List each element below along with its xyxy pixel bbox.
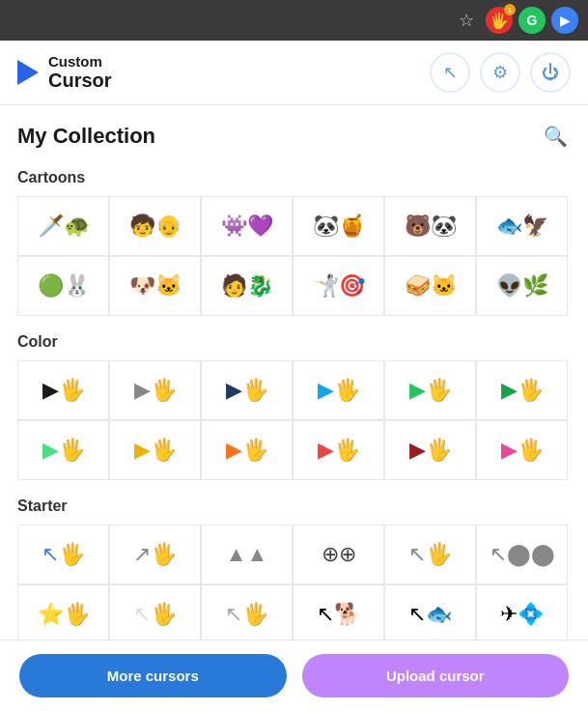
starter-section: Starter ↖🖐 ↗🖐 ▲▲ ⊕⊕ ↖🖐 ↖⬤⬤ ⭐🖐 bbox=[17, 498, 571, 644]
power-icon: ⏻ bbox=[542, 63, 559, 83]
logo-custom-text: Custom bbox=[48, 54, 112, 71]
header-actions: ↖ ⚙ ⏻ bbox=[430, 52, 571, 93]
cartoons-title: Cartoons bbox=[17, 169, 571, 186]
upload-cursor-button[interactable]: Upload cursor bbox=[302, 654, 570, 697]
extension-cursor-icon[interactable]: 🖐 1 bbox=[486, 7, 513, 34]
starter-cursor-dots[interactable]: ↖⬤⬤ bbox=[476, 525, 568, 584]
starter-cursor-outline[interactable]: ↗🖐 bbox=[109, 525, 201, 584]
cursor-item-bird-fish[interactable]: 🐟🦅 bbox=[476, 196, 568, 256]
starter-title: Starter bbox=[17, 498, 571, 515]
starter-cursor-fish[interactable]: ↖🐟 bbox=[384, 584, 476, 644]
color-cursor-red[interactable]: ▶🖐 bbox=[293, 420, 384, 480]
color-cursor-dark-red[interactable]: ▶🖐 bbox=[384, 420, 476, 480]
cursor-item-panda-bee[interactable]: 🐼🍯 bbox=[293, 196, 384, 256]
cursor-item-ninja-turtle[interactable]: 🗡️🐢 bbox=[17, 196, 109, 256]
cursor-item-alien[interactable]: 👽🌿 bbox=[476, 256, 568, 316]
cursor-item-overwatch[interactable]: 🤺🎯 bbox=[293, 256, 384, 316]
color-cursor-green[interactable]: ▶🖐 bbox=[384, 360, 476, 420]
starter-grid: ↖🖐 ↗🖐 ▲▲ ⊕⊕ ↖🖐 ↖⬤⬤ ⭐🖐 ↖🖐 bbox=[17, 525, 571, 644]
color-cursor-light-green[interactable]: ▶🖐 bbox=[17, 420, 109, 480]
color-cursor-dark-green[interactable]: ▶🖐 bbox=[476, 360, 568, 420]
extension-g-icon[interactable]: G bbox=[518, 7, 546, 34]
color-cursor-navy[interactable]: ▶🖐 bbox=[201, 360, 293, 420]
cursor-item-shrek[interactable]: 🟢🐰 bbox=[17, 256, 109, 316]
search-button[interactable]: 🔍 bbox=[540, 121, 571, 152]
cursor-mode-button[interactable]: ↖ bbox=[430, 52, 470, 93]
cursor-item-tom-jerry[interactable]: 🐶🐱 bbox=[109, 256, 201, 316]
color-cursor-yellow[interactable]: ▶🖐 bbox=[109, 420, 201, 480]
color-title: Color bbox=[17, 333, 571, 351]
color-cursor-black[interactable]: ▶🖐 bbox=[17, 360, 109, 420]
logo-cursor-text: Cursor bbox=[48, 70, 112, 91]
bookmark-icon[interactable]: ☆ bbox=[453, 7, 480, 34]
notification-badge: 1 bbox=[504, 4, 516, 15]
extension-play-icon[interactable]: ▶ bbox=[551, 7, 578, 34]
starter-cursor-double-arrow[interactable]: ▲▲ bbox=[201, 525, 293, 584]
color-cursor-orange[interactable]: ▶🖐 bbox=[201, 420, 293, 480]
cursor-arrow-icon: ↖ bbox=[443, 62, 458, 83]
starter-cursor-plane[interactable]: ✈💠 bbox=[476, 584, 568, 644]
color-cursor-pink[interactable]: ▶🖐 bbox=[476, 420, 568, 480]
starter-cursor-star[interactable]: ⭐🖐 bbox=[17, 584, 109, 644]
cursor-item-minion[interactable]: 👾💜 bbox=[201, 196, 293, 256]
color-grid: ▶🖐 ▶🖐 ▶🖐 ▶🖐 ▶🖐 ▶🖐 ▶🖐 ▶🖐 bbox=[17, 360, 571, 480]
cursor-item-toothless[interactable]: 🧑🐉 bbox=[201, 256, 293, 316]
app-header: Custom Cursor ↖ ⚙ ⏻ bbox=[0, 41, 588, 105]
search-icon: 🔍 bbox=[544, 125, 568, 148]
cartoons-grid: 🗡️🐢 🧒👴 👾💜 🐼🍯 🐻🐼 🐟🦅 🟢🐰 🐶� bbox=[17, 196, 571, 316]
starter-cursor-outline2[interactable]: ↖🖐 bbox=[384, 525, 476, 584]
app-logo: Custom Cursor bbox=[17, 54, 112, 92]
gear-icon: ⚙ bbox=[492, 62, 508, 83]
logo-triangle-icon bbox=[17, 60, 39, 85]
main-content: My Collection 🔍 Cartoons 🗡️🐢 🧒👴 👾💜 🐼🍯 🐻🐼 bbox=[0, 105, 588, 677]
power-button[interactable]: ⏻ bbox=[530, 52, 571, 93]
starter-cursor-blue[interactable]: ↖🖐 bbox=[17, 525, 109, 584]
starter-cursor-dog[interactable]: ↖🐕 bbox=[293, 584, 384, 644]
cursor-item-bears[interactable]: 🐻🐼 bbox=[384, 196, 476, 256]
browser-toolbar: ☆ 🖐 1 G ▶ bbox=[0, 0, 588, 41]
color-cursor-teal[interactable]: ▶🖐 bbox=[293, 360, 384, 420]
color-cursor-gray[interactable]: ▶🖐 bbox=[109, 360, 201, 420]
more-cursors-button[interactable]: More cursors bbox=[19, 654, 287, 697]
color-section: Color ▶🖐 ▶🖐 ▶🖐 ▶🖐 ▶🖐 ▶🖐 ▶🖐 bbox=[17, 333, 571, 480]
bottom-bar: More cursors Upload cursor bbox=[0, 640, 588, 711]
cursor-item-sandwich-cat[interactable]: 🥪🐱 bbox=[384, 256, 476, 316]
page-title: My Collection bbox=[17, 124, 155, 149]
starter-cursor-light[interactable]: ↖🖐 bbox=[109, 584, 201, 644]
cursor-item-kid-grandpa[interactable]: 🧒👴 bbox=[109, 196, 201, 256]
cartoons-section: Cartoons 🗡️🐢 🧒👴 👾💜 🐼🍯 🐻🐼 🐟🦅 bbox=[17, 169, 571, 316]
logo-text: Custom Cursor bbox=[48, 54, 112, 92]
settings-button[interactable]: ⚙ bbox=[480, 52, 520, 93]
starter-cursor-crosshair[interactable]: ⊕⊕ bbox=[293, 525, 384, 584]
starter-cursor-white[interactable]: ↖🖐 bbox=[201, 584, 293, 644]
page-title-row: My Collection 🔍 bbox=[17, 121, 571, 152]
